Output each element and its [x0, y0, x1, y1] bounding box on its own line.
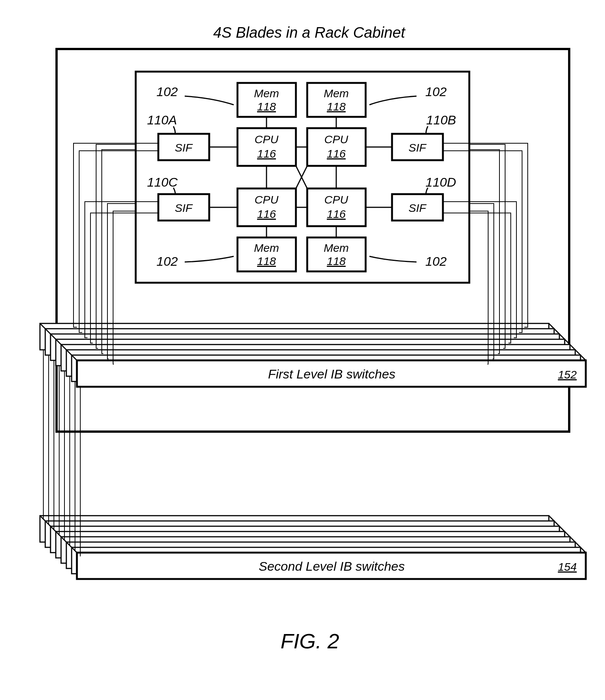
svg-text:116: 116 — [257, 208, 276, 220]
svg-text:118: 118 — [327, 255, 346, 267]
svg-text:Mem: Mem — [324, 242, 349, 254]
svg-text:Mem: Mem — [324, 87, 349, 100]
svg-text:Mem: Mem — [254, 242, 279, 254]
svg-text:CPU: CPU — [254, 133, 279, 146]
mem-block-tr: Mem 118 — [307, 83, 366, 117]
sif-block-a: SIF — [158, 134, 209, 160]
mem-block-bl: Mem 118 — [237, 237, 296, 271]
svg-text:CPU: CPU — [254, 193, 279, 206]
diagram-svg: 4S Blades in a Rack Cabinet Mem 118 Mem … — [8, 8, 605, 700]
svg-text:SIF: SIF — [409, 202, 427, 214]
second-switch-ref: 154 — [558, 561, 577, 573]
ref-102-bl: 102 — [156, 254, 178, 268]
svg-text:SIF: SIF — [409, 141, 427, 154]
ref-110d: 110D — [426, 175, 456, 189]
second-level-switch-stack: Second Level IB switches 154 — [40, 516, 586, 579]
ref-102-br: 102 — [425, 254, 447, 268]
cpu-block-bl: CPU 116 — [237, 188, 296, 226]
ref-102-tr: 102 — [425, 84, 447, 99]
second-switch-label: Second Level IB switches — [259, 559, 404, 573]
svg-text:SIF: SIF — [175, 202, 193, 214]
sif-block-c: SIF — [158, 194, 209, 221]
svg-text:116: 116 — [257, 147, 276, 160]
svg-text:116: 116 — [327, 147, 346, 160]
svg-text:Mem: Mem — [254, 87, 279, 100]
first-level-switch-stack: First Level IB switches 152 — [40, 323, 586, 387]
svg-text:CPU: CPU — [324, 133, 348, 146]
title-text: 4S Blades in a Rack Cabinet — [213, 24, 406, 41]
mem-block-tl: Mem 118 — [237, 83, 296, 117]
mem-block-br: Mem 118 — [307, 237, 366, 271]
svg-text:116: 116 — [327, 208, 346, 220]
first-switch-ref: 152 — [558, 368, 577, 381]
figure-label: FIG. 2 — [280, 629, 339, 653]
svg-text:118: 118 — [257, 255, 276, 267]
ref-110a: 110A — [147, 113, 177, 127]
sif-block-d: SIF — [392, 194, 443, 221]
blade-outline — [136, 72, 469, 283]
svg-text:SIF: SIF — [175, 141, 193, 154]
sif-block-b: SIF — [392, 134, 443, 160]
ref-102-tl: 102 — [156, 84, 178, 99]
ref-110b: 110B — [426, 113, 456, 127]
svg-text:118: 118 — [327, 100, 346, 113]
cpu-block-tr: CPU 116 — [307, 128, 366, 166]
ref-110c: 110C — [147, 175, 178, 189]
svg-text:118: 118 — [257, 100, 276, 113]
first-switch-label: First Level IB switches — [268, 367, 395, 381]
cpu-block-tl: CPU 116 — [237, 128, 296, 166]
svg-text:CPU: CPU — [324, 193, 348, 206]
cpu-block-br: CPU 116 — [307, 188, 366, 226]
